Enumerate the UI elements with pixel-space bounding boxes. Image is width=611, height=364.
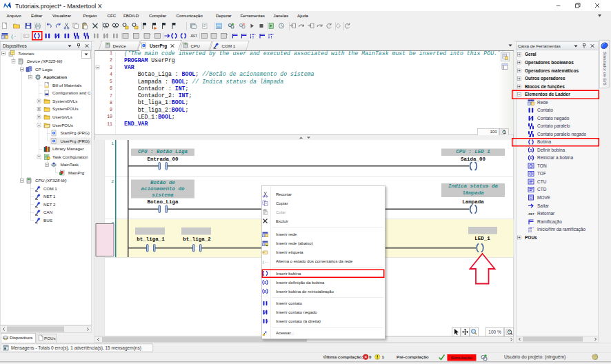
svg-text:(··): (··)	[11, 34, 18, 39]
svg-text:S: S	[530, 148, 533, 152]
svg-text:S: S	[264, 281, 266, 285]
svg-text:-RET: -RET	[528, 212, 534, 216]
svg-text:R: R	[530, 156, 533, 160]
svg-text:-RET: -RET	[190, 34, 198, 38]
svg-text:R: R	[264, 290, 267, 294]
svg-text:(··): (··)	[262, 260, 268, 265]
